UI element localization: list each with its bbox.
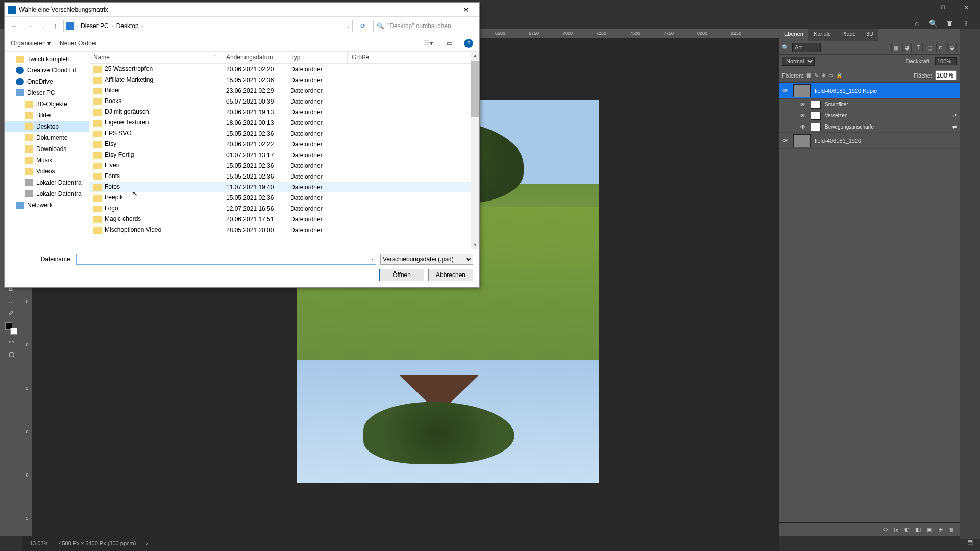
- layer-filter-icon[interactable]: ▢: [925, 43, 934, 52]
- scroll-down-icon[interactable]: ▼: [471, 241, 479, 249]
- tree-item[interactable]: Videos: [5, 166, 89, 177]
- file-row[interactable]: Etsy Fertig01.07.2021 13:17Dateiordner: [89, 149, 471, 160]
- col-type[interactable]: Typ: [286, 52, 348, 63]
- blend-mode-select[interactable]: Normal: [782, 57, 815, 66]
- file-row[interactable]: Eigene Texturen18.06.2021 00:13Dateiordn…: [89, 117, 471, 128]
- lock-icon[interactable]: ▦: [806, 72, 811, 78]
- breadcrumb-seg[interactable]: Dieser PC: [80, 22, 110, 30]
- organize-button[interactable]: Organisieren ▾: [11, 40, 51, 47]
- tree-item[interactable]: Desktop: [5, 121, 89, 132]
- nav-up-button[interactable]: ↑: [52, 22, 59, 30]
- tree-item[interactable]: Dieser PC: [5, 87, 89, 98]
- tab-kanale[interactable]: Kanäle: [808, 29, 836, 41]
- tool-icon[interactable]: ▭: [6, 337, 16, 347]
- layer-filter-icon[interactable]: ▦: [891, 43, 900, 52]
- scrollbar[interactable]: ▲ ▼: [471, 52, 479, 249]
- share-icon[interactable]: ⇪: [961, 19, 971, 28]
- file-row[interactable]: Affiliate Marketing15.05.2021 02:36Datei…: [89, 74, 471, 85]
- file-row[interactable]: Magic chords20.06.2021 17:51Dateiordner: [89, 214, 471, 224]
- color-swatch[interactable]: [5, 322, 17, 335]
- tree-item[interactable]: Lokaler Datentra: [5, 177, 89, 188]
- tree-item[interactable]: Musik: [5, 155, 89, 166]
- visibility-icon[interactable]: 👁: [799, 101, 806, 108]
- tree-item[interactable]: Lokaler Datentra: [5, 188, 89, 199]
- file-row[interactable]: Etsy20.06.2021 02:22Dateiordner: [89, 139, 471, 149]
- cancel-button[interactable]: Abbrechen: [428, 269, 473, 281]
- lock-icon[interactable]: ✎: [814, 72, 818, 78]
- layer-action-icon[interactable]: ⊞: [938, 526, 943, 533]
- tree-item[interactable]: Bilder: [5, 110, 89, 121]
- breadcrumb[interactable]: › Dieser PC › Desktop ›: [63, 20, 339, 32]
- home-icon[interactable]: ⌂: [912, 19, 922, 28]
- layer-filter-icon[interactable]: ◘: [936, 43, 945, 52]
- layer-row[interactable]: 👁Versetzen⇄: [779, 110, 960, 121]
- tool-icon[interactable]: ✐: [6, 308, 16, 318]
- layer-filter-icon[interactable]: T: [914, 43, 923, 52]
- lock-icon[interactable]: ▭: [828, 72, 833, 78]
- filename-input[interactable]: ⌄: [76, 254, 376, 265]
- file-row[interactable]: Fotos11.07.2021 19:40Dateiordner: [89, 182, 471, 192]
- scroll-up-icon[interactable]: ▲: [471, 52, 479, 60]
- breadcrumb-dropdown[interactable]: ⌄: [344, 20, 353, 32]
- minimize-button[interactable]: —: [908, 0, 931, 14]
- file-row[interactable]: Fiverr15.05.2021 02:36Dateiordner: [89, 160, 471, 171]
- zoom-level[interactable]: 13.03%: [30, 540, 48, 546]
- visibility-icon[interactable]: 👁: [799, 112, 806, 119]
- layer-action-icon[interactable]: ▣: [927, 526, 932, 533]
- view-mode-button[interactable]: ☰▾: [422, 39, 435, 47]
- file-row[interactable]: freepik15.05.2021 02:36Dateiordner: [89, 192, 471, 203]
- search-input[interactable]: 🔍 "Desktop" durchsuchen: [373, 20, 475, 32]
- tree-item[interactable]: Creative Cloud Fil: [5, 65, 89, 76]
- col-date[interactable]: Änderungsdatum: [222, 52, 286, 63]
- tree-item[interactable]: Dokumente: [5, 132, 89, 143]
- tree-item[interactable]: Downloads: [5, 143, 89, 155]
- file-row[interactable]: Fonts15.05.2021 02:36Dateiordner: [89, 171, 471, 182]
- tab-3d[interactable]: 3D: [861, 29, 878, 41]
- file-row[interactable]: Logo12.07.2021 16:56Dateiordner: [89, 203, 471, 214]
- refresh-button[interactable]: ⟳: [357, 22, 369, 30]
- close-button[interactable]: ✕: [954, 0, 978, 14]
- file-row[interactable]: EPS SVG15.05.2021 02:36Dateiordner: [89, 128, 471, 139]
- col-name[interactable]: Name ⌃: [89, 52, 222, 63]
- help-button[interactable]: ?: [464, 39, 473, 48]
- layer-filter-icon[interactable]: ◕: [902, 43, 912, 52]
- dialog-close-button[interactable]: ✕: [456, 6, 476, 14]
- layer-row[interactable]: 👁field-406181_1920 Kopie: [779, 83, 960, 99]
- nav-back-button[interactable]: ←: [9, 22, 20, 30]
- folder-tree[interactable]: Twitch komplettCreative Cloud FilOneDriv…: [5, 52, 89, 249]
- layer-action-icon[interactable]: ◐: [904, 526, 910, 533]
- visibility-icon[interactable]: 👁: [799, 123, 806, 131]
- tab-pfade[interactable]: Pfade: [836, 29, 861, 41]
- file-row[interactable]: Bilder23.06.2021 02:29Dateiordner: [89, 85, 471, 96]
- tab-ebenen[interactable]: Ebenen: [779, 29, 808, 41]
- lock-icon[interactable]: ⊕: [821, 72, 825, 78]
- search-icon[interactable]: 🔍: [928, 19, 938, 28]
- preview-pane-button[interactable]: ▭: [445, 39, 455, 47]
- file-row[interactable]: 25 Wassertropfen20.06.2021 02:20Dateiord…: [89, 64, 471, 74]
- dock-icon[interactable]: ▤: [967, 539, 973, 546]
- filter-kind-icon[interactable]: 🔍: [782, 44, 789, 51]
- opacity-input[interactable]: [935, 57, 957, 65]
- tree-item[interactable]: Netzwerk: [5, 199, 89, 211]
- file-row[interactable]: Mischoptionen Video28.05.2021 20:00Datei…: [89, 224, 471, 235]
- layer-filter-icon[interactable]: ◒: [947, 43, 957, 52]
- scroll-thumb[interactable]: [471, 61, 479, 117]
- cloud-icon[interactable]: ▣: [944, 19, 954, 28]
- tool-icon[interactable]: …: [6, 296, 16, 306]
- new-folder-button[interactable]: Neuer Ordner: [60, 40, 97, 47]
- info-arrow[interactable]: ›: [146, 540, 148, 546]
- layer-action-icon[interactable]: ⇔: [883, 526, 888, 533]
- fill-input[interactable]: [935, 70, 957, 80]
- nav-recent-button[interactable]: ⌄: [39, 23, 47, 29]
- visibility-icon[interactable]: 👁: [782, 87, 789, 94]
- tool-icon[interactable]: ▢: [6, 349, 16, 359]
- file-row[interactable]: Books05.07.2021 00:39Dateiordner: [89, 96, 471, 107]
- layer-row[interactable]: 👁field-406181_1920: [779, 133, 960, 149]
- tree-item[interactable]: Twitch komplett: [5, 54, 89, 65]
- visibility-icon[interactable]: 👁: [782, 137, 789, 144]
- column-headers[interactable]: Name ⌃ Änderungsdatum Typ Größe: [89, 52, 479, 64]
- layer-action-icon[interactable]: ◧: [916, 526, 921, 533]
- lock-icon[interactable]: 🔒: [836, 72, 842, 78]
- file-row[interactable]: DJ mit geräusch20.06.2021 19:13Dateiordn…: [89, 107, 471, 117]
- tree-item[interactable]: OneDrive: [5, 76, 89, 87]
